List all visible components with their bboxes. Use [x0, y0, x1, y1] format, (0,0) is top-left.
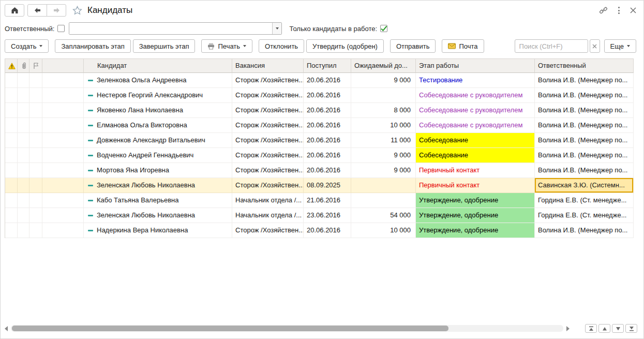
- list-down-button[interactable]: [612, 324, 624, 333]
- cell-stage[interactable]: Утверждение, одобрение: [416, 208, 535, 223]
- print-button[interactable]: Печать: [201, 39, 252, 53]
- table-row[interactable]: Зеленкова Ольга Андреевна Сторож /Хозяйс…: [5, 73, 633, 88]
- header-expected[interactable]: Ожидаемый до...: [351, 58, 416, 73]
- send-button[interactable]: Отправить: [390, 39, 436, 53]
- approve-button[interactable]: Утвердить (одобрен): [306, 39, 384, 53]
- finish-stage-button[interactable]: Завершить этап: [133, 39, 196, 53]
- table-row[interactable]: Зеленская Любовь Николаевна Сторож /Хозя…: [5, 178, 633, 193]
- cell-responsible[interactable]: Волина И.В. (Менеджер по...: [535, 118, 634, 133]
- decline-button[interactable]: Отклонить: [259, 39, 304, 53]
- cell-candidate[interactable]: Водченко Андрей Геннадьевич: [84, 148, 232, 163]
- responsible-combobox[interactable]: [69, 22, 282, 35]
- plan-stage-button[interactable]: Запланировать этап: [55, 39, 130, 53]
- cell-candidate[interactable]: Довженков Александр Витальевич: [84, 133, 232, 148]
- cell-candidate[interactable]: Зеленская Любовь Николаевна: [84, 208, 232, 223]
- cell-responsible[interactable]: Гордина Е.В. (Ст. менедже...: [535, 208, 634, 223]
- cell-expected[interactable]: [351, 88, 416, 103]
- header-vacancy[interactable]: Вакансия: [232, 58, 304, 73]
- list-up-button[interactable]: [598, 324, 610, 333]
- close-icon[interactable]: [630, 7, 636, 13]
- header-responsible[interactable]: Ответственный: [535, 58, 634, 73]
- cell-stage[interactable]: Первичный контакт: [416, 163, 535, 178]
- cell-expected[interactable]: 9 000: [351, 148, 416, 163]
- search-input[interactable]: [515, 39, 588, 53]
- cell-vacancy[interactable]: Сторож /Хозяйствен...: [232, 73, 304, 88]
- table-row[interactable]: Кабо Татьяна Валерьевна Начальник отдела…: [5, 193, 633, 208]
- list-first-button[interactable]: [585, 324, 597, 333]
- cell-expected[interactable]: 54 000: [351, 208, 416, 223]
- cell-stage[interactable]: Тестирование: [416, 73, 535, 88]
- table-row[interactable]: Довженков Александр Витальевич Сторож /Х…: [5, 133, 633, 148]
- cell-received[interactable]: 20.06.2016: [304, 148, 351, 163]
- cell-responsible[interactable]: Волина И.В. (Менеджер по...: [535, 103, 634, 118]
- cell-expected[interactable]: 8 000: [351, 103, 416, 118]
- cell-expected[interactable]: 10 000: [351, 223, 416, 238]
- cell-responsible[interactable]: Волина И.В. (Менеджер по...: [535, 223, 634, 238]
- cell-vacancy[interactable]: Начальник отдела /...: [232, 208, 304, 223]
- create-button[interactable]: Создать: [5, 39, 49, 53]
- scroll-right-arrow-icon[interactable]: [566, 326, 570, 331]
- table-row[interactable]: Нестеров Георгий Александрович Сторож /Х…: [5, 88, 633, 103]
- cell-expected[interactable]: 11 000: [351, 133, 416, 148]
- cell-candidate[interactable]: Зеленкова Ольга Андреевна: [84, 73, 232, 88]
- table-row[interactable]: Яковенко Лана Николаевна Сторож /Хозяйст…: [5, 103, 633, 118]
- cell-received[interactable]: 08.09.2025: [304, 178, 351, 193]
- cell-stage[interactable]: Собеседование: [416, 133, 535, 148]
- cell-responsible[interactable]: Волина И.В. (Менеджер по...: [535, 133, 634, 148]
- cell-vacancy[interactable]: Сторож /Хозяйствен...: [232, 163, 304, 178]
- cell-candidate[interactable]: Нестеров Георгий Александрович: [84, 88, 232, 103]
- header-attachment[interactable]: [18, 58, 29, 73]
- cell-responsible[interactable]: Волина И.В. (Менеджер по...: [535, 73, 634, 88]
- table-row[interactable]: Мортова Яна Игоревна Сторож /Хозяйствен.…: [5, 163, 633, 178]
- cell-stage[interactable]: Собеседование с руководителем: [416, 118, 535, 133]
- responsible-checkbox[interactable]: [57, 25, 65, 32]
- in-work-checkbox[interactable]: [380, 25, 387, 32]
- scrollbar-thumb[interactable]: [12, 326, 448, 331]
- cell-candidate[interactable]: Надеркина Вера Николаевна: [84, 223, 232, 238]
- cell-candidate[interactable]: Кабо Татьяна Валерьевна: [84, 193, 232, 208]
- cell-received[interactable]: 20.06.2016: [304, 133, 351, 148]
- table-row[interactable]: Елманова Ольга Викторовна Сторож /Хозяйс…: [5, 118, 633, 133]
- table-row[interactable]: Зеленская Любовь Николаевна Начальник от…: [5, 208, 633, 223]
- cell-expected[interactable]: 10 000: [351, 118, 416, 133]
- cell-vacancy[interactable]: Сторож /Хозяйствен...: [232, 133, 304, 148]
- scroll-left-arrow-icon[interactable]: [5, 326, 8, 331]
- cell-stage[interactable]: Собеседование с руководителем: [416, 103, 535, 118]
- cell-stage[interactable]: Собеседование: [416, 148, 535, 163]
- home-button[interactable]: [5, 4, 24, 17]
- cell-responsible[interactable]: Гордина Е.В. (Ст. менедже...: [535, 193, 634, 208]
- header-flag[interactable]: [29, 58, 42, 73]
- header-warning[interactable]: [5, 58, 18, 73]
- cell-responsible[interactable]: Савинская З.Ю. (Системн...: [535, 178, 634, 193]
- cell-received[interactable]: 21.06.2016: [304, 193, 351, 208]
- cell-vacancy[interactable]: Сторож /Хозяйствен...: [232, 148, 304, 163]
- cell-received[interactable]: 23.06.2016: [304, 208, 351, 223]
- header-stage[interactable]: Этап работы: [416, 58, 535, 73]
- cell-received[interactable]: 20.06.2016: [304, 103, 351, 118]
- cell-responsible[interactable]: Волина И.В. (Менеджер по...: [535, 88, 634, 103]
- more-button[interactable]: Еще: [604, 39, 636, 53]
- cell-received[interactable]: 20.06.2016: [304, 223, 351, 238]
- cell-candidate[interactable]: Мортова Яна Игоревна: [84, 163, 232, 178]
- header-candidate[interactable]: Кандидат: [84, 58, 232, 73]
- cell-expected[interactable]: [351, 178, 416, 193]
- favorite-star-icon[interactable]: [72, 6, 82, 15]
- cell-vacancy[interactable]: Сторож /Хозяйствен...: [232, 223, 304, 238]
- cell-candidate[interactable]: Зеленская Любовь Николаевна: [84, 178, 232, 193]
- cell-expected[interactable]: 9 000: [351, 163, 416, 178]
- cell-vacancy[interactable]: Сторож /Хозяйствен...: [232, 88, 304, 103]
- table-row[interactable]: Надеркина Вера Николаевна Сторож /Хозяйс…: [5, 223, 633, 238]
- cell-received[interactable]: 20.06.2016: [304, 73, 351, 88]
- more-menu-kebab-icon[interactable]: [617, 6, 621, 15]
- cell-received[interactable]: 20.06.2016: [304, 88, 351, 103]
- cell-responsible[interactable]: Волина И.В. (Менеджер по...: [535, 148, 634, 163]
- back-button[interactable]: [27, 4, 47, 17]
- responsible-input[interactable]: [69, 23, 272, 34]
- cell-stage[interactable]: Собеседование с руководителем: [416, 88, 535, 103]
- cell-stage[interactable]: Первичный контакт: [416, 178, 535, 193]
- list-last-button[interactable]: [625, 324, 637, 333]
- combobox-dropdown-button[interactable]: [272, 23, 281, 34]
- forward-button[interactable]: [47, 4, 66, 17]
- cell-expected[interactable]: [351, 193, 416, 208]
- cell-responsible[interactable]: Волина И.В. (Менеджер по...: [535, 163, 634, 178]
